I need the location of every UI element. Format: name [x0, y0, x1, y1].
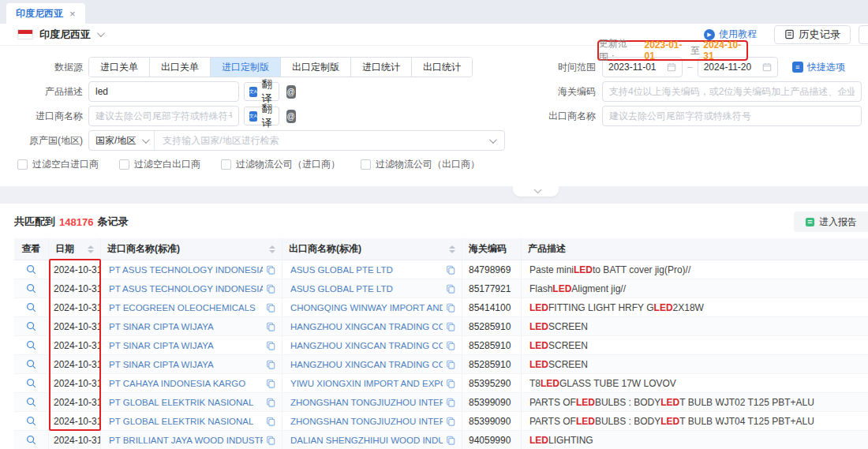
- synonym-icon[interactable]: @: [286, 110, 296, 123]
- view-record-button[interactable]: [14, 336, 49, 354]
- copy-button[interactable]: [266, 265, 275, 275]
- importer-name-link[interactable]: PT SINAR CIPTA WIJAYA: [109, 322, 214, 331]
- view-record-button[interactable]: [14, 355, 49, 373]
- copy-button[interactable]: [266, 322, 275, 331]
- importer-name-link[interactable]: PT ASUS TECHNOLOGY INDONESIA BA...: [109, 265, 263, 275]
- product-desc-cell: LED SCREEN: [522, 336, 868, 354]
- checkbox-label: 过滤物流公司（出口商）: [376, 158, 480, 171]
- magnifier-icon: [26, 397, 36, 407]
- column-header-3[interactable]: 出口商名称(标准): [282, 238, 462, 260]
- copy-button[interactable]: [266, 303, 275, 312]
- view-record-button[interactable]: [14, 317, 49, 335]
- copy-button[interactable]: [446, 379, 455, 388]
- date-cell: 2024-10-31: [49, 374, 101, 392]
- importer-input[interactable]: [88, 106, 239, 126]
- copy-button[interactable]: [446, 303, 455, 312]
- copy-button[interactable]: [446, 322, 455, 331]
- history-button[interactable]: 历史记录: [774, 25, 851, 44]
- filter-checkbox-0[interactable]: 过滤空白进口商: [17, 158, 99, 171]
- copy-icon: [266, 417, 275, 426]
- importer-name-link[interactable]: PT ASUS TECHNOLOGY INDONESIA BA...: [109, 284, 263, 294]
- origin-country-control[interactable]: 国家/地区 支持输入国家/地区进行检索: [88, 130, 505, 151]
- data-source-tab-3[interactable]: 出口定制版: [280, 58, 350, 77]
- exporter-name-link[interactable]: ZHONGSHAN TONGJIUZHOU INTERNA...: [290, 398, 443, 407]
- data-source-tab-1[interactable]: 出口关单: [149, 58, 210, 77]
- hs-code-cell: 85414100: [462, 298, 522, 316]
- company-cell: DALIAN SHENGZHIHUI WOOD INDUST...: [282, 431, 462, 449]
- copy-button[interactable]: [266, 417, 275, 426]
- data-source-tab-2[interactable]: 进口定制版: [210, 58, 280, 77]
- column-header-2[interactable]: 进口商名称(标准): [101, 238, 282, 260]
- quick-options-button[interactable]: ≡ 快捷选项: [792, 61, 845, 74]
- importer-name-link[interactable]: PT SINAR CIPTA WIJAYA: [109, 341, 214, 350]
- importer-name-link[interactable]: PT GLOBAL ELEKTRIK NASIONAL: [109, 398, 253, 407]
- exporter-input[interactable]: [602, 106, 862, 126]
- view-record-button[interactable]: [14, 260, 49, 279]
- led-highlight: LED: [660, 397, 679, 408]
- led-highlight: LED: [660, 416, 679, 427]
- company-cell: YIWU XIONGXIN IMPORT AND EXPORT...: [282, 374, 462, 392]
- collapse-form-button[interactable]: [513, 186, 559, 196]
- exporter-name-link[interactable]: HANGZHOU XINGCAN TRADING CO LTD: [290, 341, 443, 350]
- copy-button[interactable]: [266, 398, 275, 407]
- copy-button[interactable]: [266, 379, 275, 388]
- column-header-0: 查看: [14, 238, 49, 260]
- country-tab[interactable]: 印度尼西亚 ×: [6, 3, 85, 24]
- copy-button[interactable]: [266, 284, 275, 294]
- led-highlight: LED: [654, 302, 673, 313]
- importer-name-link[interactable]: PT GLOBAL ELEKTRIK NASIONAL: [109, 417, 253, 426]
- translate-button[interactable]: 文A 翻译: [244, 107, 279, 125]
- exporter-name-link[interactable]: HANGZHOU XINGCAN TRADING CO LTD: [290, 360, 443, 369]
- view-record-button[interactable]: [14, 374, 49, 392]
- copy-button[interactable]: [266, 341, 275, 350]
- close-icon[interactable]: ×: [69, 8, 76, 20]
- exporter-name-link[interactable]: ASUS GLOBAL PTE LTD: [290, 284, 393, 294]
- copy-button[interactable]: [446, 436, 455, 445]
- favorite-button[interactable]: ★: [859, 25, 868, 44]
- filter-checkbox-1[interactable]: 过滤空白出口商: [119, 158, 200, 171]
- copy-button[interactable]: [446, 265, 455, 275]
- data-source-tab-5[interactable]: 出口统计: [411, 58, 472, 77]
- hs-code-cell: 85399090: [462, 393, 522, 411]
- view-record-button[interactable]: [14, 298, 49, 316]
- data-source-tab-4[interactable]: 进口统计: [350, 58, 411, 77]
- copy-button[interactable]: [446, 284, 455, 294]
- origin-select[interactable]: 国家/地区: [89, 131, 155, 150]
- product-desc-cell: T8 LED GLASS TUBE 17W LOVOV: [522, 374, 868, 392]
- exporter-name-link[interactable]: ASUS GLOBAL PTE LTD: [290, 265, 393, 275]
- view-record-button[interactable]: [14, 431, 49, 449]
- magnifier-icon: [26, 302, 36, 312]
- hs-code-input[interactable]: [602, 81, 862, 102]
- copy-button[interactable]: [266, 360, 275, 369]
- copy-button[interactable]: [266, 436, 275, 445]
- view-record-button[interactable]: [14, 412, 49, 430]
- exporter-name-link[interactable]: YIWU XIONGXIN IMPORT AND EXPORT...: [290, 379, 443, 388]
- exporter-name-link[interactable]: DALIAN SHENGZHIHUI WOOD INDUST...: [290, 436, 443, 445]
- importer-name-link[interactable]: PT CAHAYA INDONESIA KARGO: [109, 379, 245, 388]
- exporter-name-link[interactable]: ZHONGSHAN TONGJIUZHOU INTERNA...: [290, 417, 443, 426]
- copy-button[interactable]: [446, 360, 455, 369]
- importer-name-link[interactable]: PT ECOGREEN OLEOCHEMICALS: [109, 303, 256, 312]
- importer-name-link[interactable]: PT BRILLIANT JAYA WOOD INDUSTRY: [109, 436, 263, 445]
- copy-button[interactable]: [446, 341, 455, 350]
- view-record-button[interactable]: [14, 393, 49, 411]
- synonym-icon[interactable]: @: [286, 85, 296, 99]
- product-desc-input[interactable]: [88, 81, 239, 102]
- data-source-tab-0[interactable]: 进口关单: [89, 58, 149, 77]
- translate-button[interactable]: 文A 翻译: [244, 82, 279, 101]
- filter-checkbox-3[interactable]: 过滤物流公司（出口商）: [361, 158, 480, 171]
- copy-button[interactable]: [446, 398, 455, 407]
- column-header-1[interactable]: 日期: [49, 238, 101, 260]
- enter-report-button[interactable]: 进入报告: [794, 211, 868, 232]
- update-range-start: 2023-01-01: [645, 39, 688, 62]
- copy-icon: [446, 436, 455, 445]
- country-selector-label[interactable]: 印度尼西亚: [39, 28, 91, 42]
- filter-checkbox-2[interactable]: 过滤物流公司（进口商）: [221, 158, 340, 171]
- exporter-name-link[interactable]: CHONGQING WINWAY IMPORT AND E...: [290, 303, 443, 312]
- view-record-button[interactable]: [14, 279, 49, 297]
- importer-name-link[interactable]: PT SINAR CIPTA WIJAYA: [109, 360, 214, 369]
- copy-button[interactable]: [446, 417, 455, 426]
- exporter-name-link[interactable]: HANGZHOU XINGCAN TRADING CO LTD: [290, 322, 443, 331]
- chevron-down-icon[interactable]: [97, 29, 105, 37]
- copy-icon: [266, 398, 275, 407]
